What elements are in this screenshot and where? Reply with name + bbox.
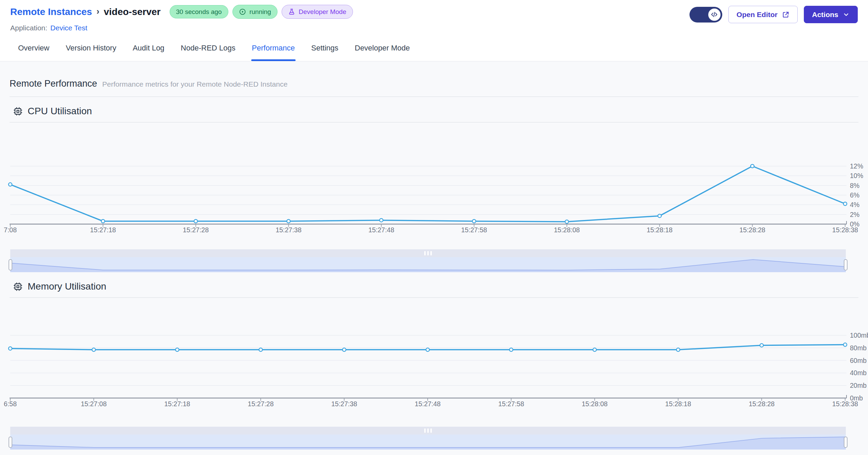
svg-text:15:27:18: 15:27:18: [164, 400, 190, 408]
performance-panel: Remote Performance Performance metrics f…: [0, 61, 868, 455]
svg-text:60mb: 60mb: [850, 357, 867, 364]
svg-text:12%: 12%: [850, 162, 863, 170]
last-seen-badge-label: 30 seconds ago: [176, 9, 222, 15]
brush-grip-icon[interactable]: [424, 251, 432, 255]
svg-text:15:28:18: 15:28:18: [665, 400, 691, 408]
tab-settings[interactable]: Settings: [311, 44, 339, 61]
svg-text:100mb: 100mb: [850, 332, 868, 339]
svg-text:80mb: 80mb: [850, 344, 867, 352]
svg-text:15:28:38: 15:28:38: [832, 226, 858, 234]
cpu-brush-right-handle[interactable]: [844, 259, 848, 270]
svg-text:6:58: 6:58: [4, 400, 17, 408]
header-actions: Open Editor Actions: [689, 5, 858, 23]
svg-text:7:08: 7:08: [4, 226, 17, 234]
application-label: Application:: [10, 24, 47, 32]
svg-text:40mb: 40mb: [850, 369, 867, 377]
svg-text:15:27:48: 15:27:48: [368, 226, 394, 234]
memory-brush-minichart: [10, 435, 846, 450]
cpu-chart-title-row: CPU Utilisation: [10, 97, 858, 122]
svg-text:15:28:38: 15:28:38: [832, 400, 858, 408]
page-subtitle: Performance metrics for your Remote Node…: [102, 80, 288, 88]
svg-text:15:28:18: 15:28:18: [646, 226, 672, 234]
cpu-brush-minichart: [10, 257, 846, 272]
memory-chart-brush[interactable]: [10, 427, 846, 450]
svg-text:15:27:58: 15:27:58: [461, 226, 487, 234]
running-icon: [239, 8, 246, 15]
cpu-chip-icon: [13, 106, 23, 116]
developer-mode-toggle[interactable]: [689, 7, 722, 23]
flask-icon: [288, 8, 295, 15]
memory-chart: 100mb80mb60mb40mb20mb0mb6:5815:27:0815:2…: [10, 303, 868, 410]
tab-performance[interactable]: Performance: [252, 44, 295, 61]
header-left: Remote Instances › video-server 30 secon…: [10, 5, 353, 32]
tab-audit-log[interactable]: Audit Log: [133, 44, 165, 61]
breadcrumb-separator-icon: ›: [97, 6, 99, 16]
instance-tabs: Overview Version History Audit Log Node-…: [0, 44, 868, 61]
memory-chart-title: Memory Utilisation: [28, 281, 106, 292]
svg-text:15:27:48: 15:27:48: [415, 400, 441, 408]
code-icon: [711, 11, 718, 18]
svg-text:15:28:08: 15:28:08: [554, 226, 580, 234]
memory-chip-icon: [13, 282, 23, 292]
svg-text:15:27:08: 15:27:08: [81, 400, 107, 408]
developer-mode-badge: Developer Mode: [282, 5, 353, 19]
brush-grip-icon[interactable]: [424, 428, 432, 433]
breadcrumb-instance-name: video-server: [104, 6, 161, 17]
svg-text:15:27:58: 15:27:58: [498, 400, 524, 408]
open-editor-button[interactable]: Open Editor: [728, 6, 798, 23]
breadcrumb-remote-instances[interactable]: Remote Instances: [10, 6, 92, 17]
external-link-icon: [782, 11, 789, 18]
memory-chart-title-row: Memory Utilisation: [10, 272, 858, 298]
svg-text:15:27:38: 15:27:38: [331, 400, 357, 408]
svg-text:4%: 4%: [850, 201, 859, 208]
svg-text:15:28:28: 15:28:28: [749, 400, 774, 408]
cpu-brush-strip: [10, 249, 846, 257]
chevron-down-icon: [843, 11, 850, 18]
cpu-brush-left-handle[interactable]: [9, 259, 12, 270]
page-title: Remote Performance: [10, 78, 97, 89]
svg-text:15:27:28: 15:27:28: [183, 226, 209, 234]
cpu-chart-brush[interactable]: [10, 249, 846, 272]
application-row: Application: Device Test: [10, 24, 353, 32]
status-badge-label: running: [250, 9, 271, 15]
tab-developer-mode[interactable]: Developer Mode: [355, 44, 410, 61]
developer-mode-toggle-knob: [708, 9, 721, 21]
actions-button[interactable]: Actions: [804, 6, 858, 23]
actions-button-label: Actions: [812, 10, 838, 19]
open-editor-button-label: Open Editor: [737, 10, 778, 19]
instance-header: Remote Instances › video-server 30 secon…: [0, 0, 868, 32]
svg-text:10%: 10%: [850, 172, 863, 179]
memory-brush-right-handle[interactable]: [844, 437, 848, 448]
tab-overview[interactable]: Overview: [18, 44, 49, 61]
cpu-chart: 12%10%8%6%4%2%0%7:0815:27:1815:27:2815:2…: [10, 128, 868, 236]
svg-text:15:27:28: 15:27:28: [248, 400, 274, 408]
svg-text:2%: 2%: [850, 211, 859, 218]
memory-brush-strip: [10, 427, 846, 435]
page: Remote Instances › video-server 30 secon…: [0, 0, 868, 455]
last-seen-badge: 30 seconds ago: [170, 5, 228, 18]
svg-text:15:28:28: 15:28:28: [739, 226, 765, 234]
svg-text:15:27:38: 15:27:38: [275, 226, 301, 234]
memory-brush-left-handle[interactable]: [9, 437, 12, 448]
status-badge: running: [232, 5, 278, 19]
svg-text:15:27:18: 15:27:18: [90, 226, 116, 234]
application-link[interactable]: Device Test: [51, 24, 87, 32]
tab-node-red-logs[interactable]: Node-RED Logs: [181, 44, 236, 61]
svg-text:15:28:08: 15:28:08: [582, 400, 608, 408]
cpu-chart-block: CPU Utilisation 12%10%8%6%4%2%0%7:0815:2…: [10, 97, 858, 272]
memory-chart-block: Memory Utilisation 100mb80mb60mb40mb20mb…: [10, 272, 858, 450]
svg-text:20mb: 20mb: [850, 382, 867, 389]
section-header: Remote Performance Performance metrics f…: [10, 61, 858, 97]
breadcrumb: Remote Instances › video-server 30 secon…: [10, 5, 353, 19]
svg-text:6%: 6%: [850, 191, 859, 199]
tab-version-history[interactable]: Version History: [66, 44, 116, 61]
cpu-chart-title: CPU Utilisation: [28, 106, 92, 117]
developer-mode-badge-label: Developer Mode: [299, 9, 346, 15]
svg-text:8%: 8%: [850, 182, 859, 189]
